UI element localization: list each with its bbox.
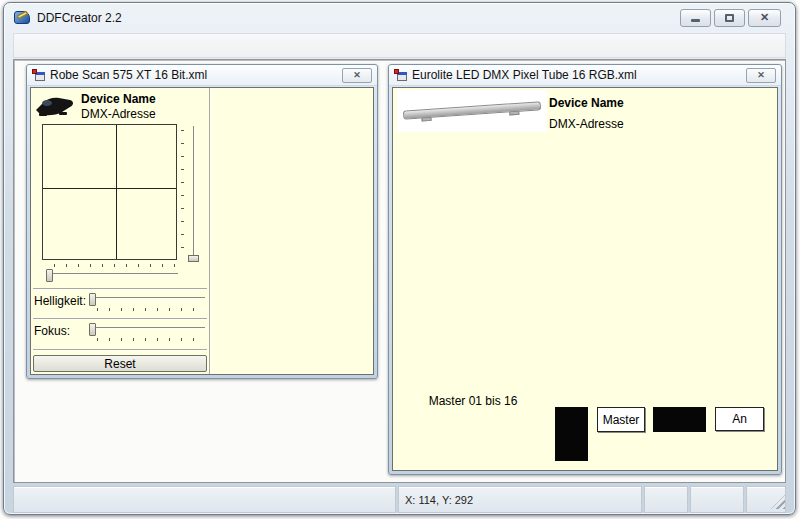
robe-title-bar[interactable]: Robe Scan 575 XT 16 Bit.xml ✕ [27, 65, 377, 86]
helligkeit-ticks [97, 308, 203, 311]
close-icon: ✕ [760, 12, 769, 23]
robe-device-name: Device Name [81, 92, 156, 106]
helligkeit-thumb[interactable] [89, 293, 96, 306]
fokus-label: Fokus: [34, 324, 70, 338]
helligkeit-groove [95, 297, 205, 299]
divider [33, 349, 207, 351]
status-panel-position: X: 114, Y: 292 [398, 486, 642, 513]
tilt-slider-thumb[interactable] [188, 255, 199, 262]
main-window: DDFCreator 2.2 ✕ Robe Scan 575 XT 16 Bit… [3, 2, 796, 515]
eurolite-close-button[interactable]: ✕ [746, 68, 776, 83]
screenshot-stage: DDFCreator 2.2 ✕ Robe Scan 575 XT 16 Bit… [0, 0, 800, 519]
eurolite-device-image [397, 90, 547, 132]
pan-tilt-pad[interactable] [42, 124, 177, 260]
tilt-slider-ticks [181, 130, 184, 256]
tilt-slider-groove [193, 126, 195, 262]
status-bar: X: 114, Y: 292 [13, 486, 786, 513]
robe-window[interactable]: Robe Scan 575 XT 16 Bit.xml ✕ Device Nam… [26, 64, 378, 379]
helligkeit-label: Helligkeit: [34, 294, 86, 308]
eurolite-window-body: Device Name DMX-Adresse Master 01 bis 16… [392, 87, 778, 471]
master-color-box [653, 407, 706, 432]
tilt-slider[interactable] [181, 124, 199, 264]
resize-grip[interactable] [771, 495, 785, 509]
eurolite-dmx-address: DMX-Adresse [549, 117, 624, 131]
status-panel-3 [690, 486, 744, 513]
status-panel-4 [746, 486, 786, 513]
menu-bar [13, 33, 786, 58]
window-title: DDFCreator 2.2 [37, 11, 122, 25]
reset-button[interactable]: Reset [33, 355, 207, 372]
column-divider [209, 88, 211, 374]
master-preview [555, 407, 588, 461]
eurolite-title-bar[interactable]: Eurolite LED DMX Pixel Tube 16 RGB.xml ✕ [389, 65, 781, 86]
eurolite-device-name: Device Name [549, 96, 624, 110]
pan-slider-thumb[interactable] [46, 269, 53, 282]
pan-slider[interactable] [44, 269, 178, 285]
minimize-button[interactable] [680, 9, 711, 27]
fokus-thumb[interactable] [89, 323, 96, 336]
pad-crosshair-horizontal [43, 188, 176, 189]
pan-slider-ticks [54, 264, 176, 267]
master-label: Master 01 bis 16 [397, 394, 549, 406]
minimize-icon [691, 19, 700, 22]
robe-dmx-address: DMX-Adresse [81, 107, 156, 121]
form-icon [32, 69, 45, 81]
eurolite-window-title: Eurolite LED DMX Pixel Tube 16 RGB.xml [412, 68, 637, 82]
fokus-slider[interactable] [87, 323, 205, 343]
status-panel-empty [13, 486, 396, 513]
robe-window-title: Robe Scan 575 XT 16 Bit.xml [50, 68, 207, 82]
mdi-client: Robe Scan 575 XT 16 Bit.xml ✕ Device Nam… [13, 59, 786, 483]
an-button[interactable]: An [715, 407, 764, 431]
maximize-button[interactable] [714, 9, 745, 27]
robe-window-body: Device Name DMX-Adresse [30, 87, 374, 375]
title-bar[interactable]: DDFCreator 2.2 ✕ [4, 3, 795, 32]
divider [33, 318, 207, 320]
tube-foot [509, 111, 519, 116]
pad-crosshair-vertical [116, 125, 117, 259]
robe-close-button[interactable]: ✕ [342, 68, 372, 83]
close-button[interactable]: ✕ [748, 9, 781, 27]
tube-foot [421, 117, 431, 122]
fokus-ticks [97, 338, 203, 341]
master-button[interactable]: Master [597, 407, 645, 432]
maximize-icon [725, 14, 734, 22]
robe-device-image [33, 91, 77, 119]
app-icon [14, 10, 31, 25]
form-icon [394, 69, 407, 81]
fokus-groove [95, 327, 205, 329]
helligkeit-slider[interactable] [87, 293, 205, 313]
eurolite-window[interactable]: Eurolite LED DMX Pixel Tube 16 RGB.xml ✕… [388, 64, 782, 475]
pan-slider-groove [52, 273, 178, 275]
status-panel-2 [644, 486, 688, 513]
divider [33, 288, 207, 290]
